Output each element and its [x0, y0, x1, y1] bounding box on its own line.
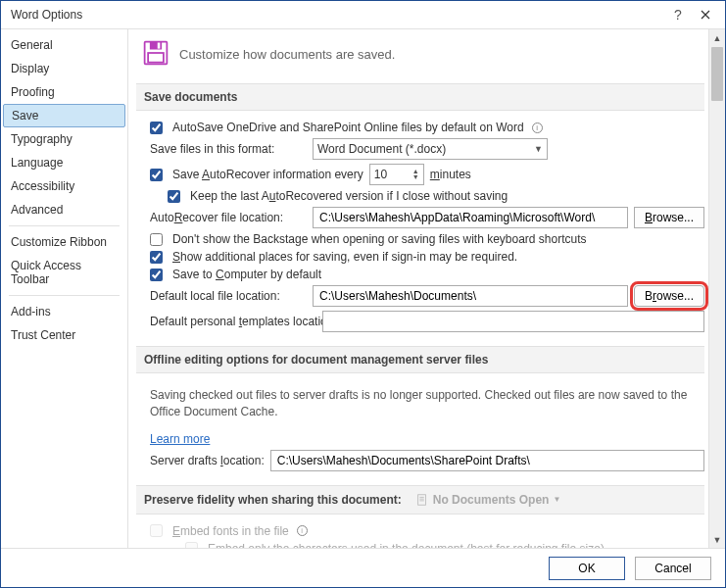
footer: OK Cancel — [1, 548, 725, 587]
cancel-button[interactable]: Cancel — [635, 557, 711, 580]
svg-rect-2 — [158, 43, 161, 49]
input-drafts-location[interactable] — [270, 450, 704, 471]
checkbox-autorecover[interactable] — [150, 169, 163, 181]
help-button[interactable]: ? — [664, 3, 692, 26]
scroll-thumb[interactable] — [711, 47, 723, 101]
section-fidelity: Preserve fidelity when sharing this docu… — [136, 485, 704, 514]
label-keep-last: Keep the last AutoRecovered version if I… — [190, 189, 508, 203]
sidebar-item-save[interactable]: Save — [3, 104, 125, 127]
sidebar-item-customize-ribbon[interactable]: Customize Ribbon — [1, 230, 127, 254]
combo-save-format-value: Word Document (*.docx) — [317, 142, 446, 156]
label-show-additional: Show additional places for saving, even … — [172, 250, 517, 264]
label-embed-fonts: Embed fonts in the file — [172, 524, 289, 538]
label-minutes: minutes — [430, 168, 471, 181]
combo-save-format[interactable]: Word Document (*.docx) ▼ — [313, 138, 548, 160]
combo-document-value: No Documents Open — [433, 493, 550, 507]
ok-button[interactable]: OK — [549, 557, 625, 580]
browse-ar-button[interactable]: Browse... — [634, 207, 704, 228]
sidebar-item-accessibility[interactable]: Accessibility — [1, 174, 127, 198]
label-drafts-location: Server drafts location: — [150, 454, 265, 467]
checkbox-keep-last[interactable] — [168, 190, 180, 203]
label-no-backstage: Don't show the Backstage when opening or… — [172, 232, 587, 246]
titlebar: Word Options ? — [1, 1, 725, 28]
label-save-computer: Save to Computer by default — [172, 268, 321, 281]
sidebar-item-general[interactable]: General — [1, 33, 127, 57]
content-panel: Customize how documents are saved. Save … — [128, 29, 708, 548]
section-offline: Offline editing options for document man… — [136, 346, 704, 373]
sidebar-item-typography[interactable]: Typography — [1, 127, 127, 151]
checkbox-save-computer[interactable] — [150, 269, 163, 281]
close-button[interactable] — [692, 3, 719, 26]
window-title: Word Options — [11, 8, 82, 22]
spinner-autorecover-minutes[interactable]: 10 ▲▼ — [369, 164, 424, 185]
input-default-location[interactable] — [313, 285, 628, 307]
checkbox-no-backstage[interactable] — [150, 233, 163, 246]
page-subtitle: Customize how documents are saved. — [179, 47, 395, 62]
scroll-down-icon[interactable]: ▼ — [709, 531, 725, 548]
sidebar: General Display Proofing Save Typography… — [1, 29, 128, 548]
label-ar-location: AutoRecover file location: — [150, 211, 307, 224]
sidebar-item-proofing[interactable]: Proofing — [1, 80, 127, 104]
scroll-up-icon[interactable]: ▲ — [709, 29, 725, 46]
label-autosave: AutoSave OneDrive and SharePoint Online … — [172, 121, 524, 134]
browse-default-button[interactable]: Browse... — [634, 285, 704, 307]
input-ar-location[interactable] — [313, 207, 628, 228]
checkbox-autosave[interactable] — [150, 122, 163, 134]
chevron-down-icon: ▼ — [534, 144, 543, 154]
svg-rect-3 — [148, 53, 164, 63]
learn-more-link[interactable]: Learn more — [150, 432, 210, 446]
label-autorecover-pre: Save AutoRecover information every — [172, 168, 363, 181]
checkbox-embed-only — [185, 542, 198, 548]
label-templates-location: Default personal templates location: — [150, 315, 316, 328]
sidebar-item-addins[interactable]: Add-ins — [1, 300, 127, 323]
sidebar-item-display[interactable]: Display — [1, 57, 127, 80]
save-disk-icon — [142, 39, 169, 70]
sidebar-item-trust-center[interactable]: Trust Center — [1, 323, 127, 347]
sidebar-item-language[interactable]: Language — [1, 151, 127, 174]
word-options-window: Word Options ? General Display Proofing … — [0, 0, 726, 588]
vertical-scrollbar[interactable]: ▲ ▼ — [708, 29, 725, 548]
document-icon — [415, 493, 429, 507]
info-icon[interactable]: i — [532, 122, 543, 133]
sidebar-item-qat[interactable]: Quick Access Toolbar — [1, 254, 127, 291]
section-fidelity-label: Preserve fidelity when sharing this docu… — [144, 493, 402, 507]
label-default-location: Default local file location: — [150, 289, 307, 303]
sidebar-item-advanced[interactable]: Advanced — [1, 198, 127, 221]
svg-rect-4 — [417, 494, 425, 505]
spinner-value: 10 — [374, 168, 387, 181]
checkbox-embed-fonts — [150, 524, 163, 537]
label-save-format: Save files in this format: — [150, 142, 307, 156]
section-save-documents: Save documents — [136, 83, 704, 111]
info-icon: i — [297, 525, 308, 536]
combo-document-selector[interactable]: No Documents Open ▼ — [410, 492, 567, 508]
input-templates-location[interactable] — [322, 311, 704, 332]
checkbox-show-additional[interactable] — [150, 251, 163, 264]
offline-paragraph: Saving checked out files to server draft… — [142, 383, 704, 428]
